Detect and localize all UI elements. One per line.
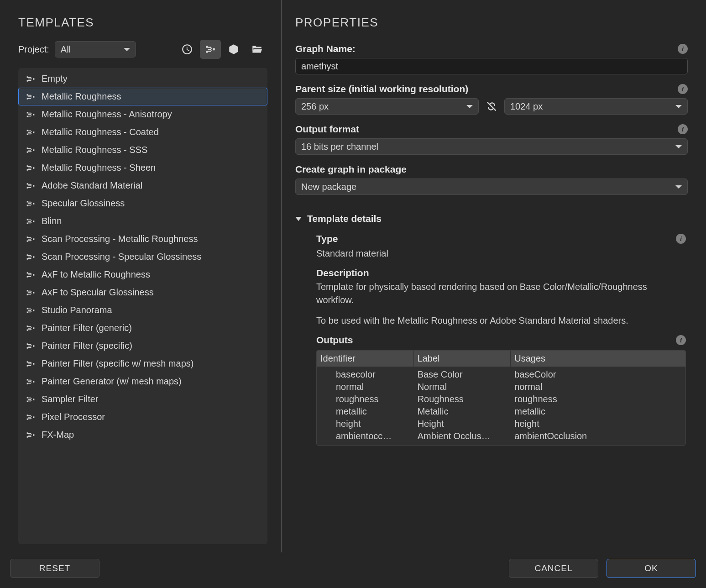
template-item[interactable]: Blinn <box>18 212 267 230</box>
outputs-cell: ambientocc… <box>317 430 414 442</box>
graph-icon <box>26 341 35 351</box>
parent-size-b-select[interactable]: 1024 px <box>504 98 688 115</box>
cube-icon <box>228 43 240 55</box>
template-item[interactable]: Adobe Standard Material <box>18 177 267 194</box>
outputs-col-usages[interactable]: Usages <box>511 351 685 367</box>
outputs-cell: Ambient Occlus… <box>414 430 511 442</box>
template-details-toggle[interactable]: Template details <box>295 213 688 224</box>
graph-filter-button[interactable] <box>200 40 221 59</box>
graph-icon <box>26 146 35 155</box>
output-format-value: 16 bits per channel <box>301 142 378 152</box>
clock-icon <box>181 43 193 55</box>
outputs-row[interactable]: normalNormalnormal <box>317 381 685 393</box>
outputs-col-label[interactable]: Label <box>414 351 511 367</box>
template-item[interactable]: Metallic Roughness - Coated <box>18 123 267 141</box>
templates-title: TEMPLATES <box>18 16 267 30</box>
template-item[interactable]: Sampler Filter <box>18 390 267 408</box>
template-item[interactable]: Painter Filter (specific) <box>18 337 267 355</box>
output-format-select[interactable]: 16 bits per channel <box>295 138 688 155</box>
package-filter-button[interactable] <box>223 40 244 59</box>
template-item-label: Blinn <box>42 216 62 226</box>
graph-icon <box>26 413 35 422</box>
link-aspect-toggle[interactable] <box>485 100 498 113</box>
graph-name-input[interactable] <box>295 58 688 74</box>
template-item[interactable]: AxF to Specular Glossiness <box>18 284 267 301</box>
template-item-label: FX-Map <box>42 430 74 440</box>
type-value: Standard material <box>316 247 686 260</box>
outputs-row[interactable]: heightHeightheight <box>317 418 685 430</box>
template-item[interactable]: AxF to Metallic Roughness <box>18 266 267 284</box>
template-item[interactable]: Scan Processing - Metallic Roughness <box>18 230 267 248</box>
broken-link-icon <box>486 100 497 112</box>
template-item[interactable]: Empty <box>18 70 267 88</box>
graph-icon <box>26 359 35 368</box>
outputs-table: Identifier Label Usages basecolorBase Co… <box>316 350 686 446</box>
outputs-row[interactable]: basecolorBase ColorbaseColor <box>317 368 685 381</box>
template-item-label: AxF to Specular Glossiness <box>42 287 154 298</box>
description-value-2: To be used with the Metallic Roughness o… <box>316 314 686 327</box>
outputs-cell: metallic <box>511 405 685 418</box>
outputs-cell: normal <box>511 381 685 393</box>
template-item-label: Empty <box>42 74 68 84</box>
graph-icon <box>26 324 35 333</box>
graph-icon <box>26 430 35 440</box>
ok-button[interactable]: OK <box>607 559 696 578</box>
outputs-row[interactable]: ambientocc…Ambient Occlus…ambientOcclusi… <box>317 430 685 442</box>
template-item[interactable]: Metallic Roughness - SSS <box>18 141 267 159</box>
parent-size-b-value: 1024 px <box>510 101 543 112</box>
info-icon[interactable]: i <box>678 84 688 94</box>
graph-icon <box>26 110 35 119</box>
template-item-label: Studio Panorama <box>42 305 112 315</box>
graph-icon <box>26 270 35 279</box>
recent-filter-button[interactable] <box>177 40 198 59</box>
template-item[interactable]: Painter Filter (specific w/ mesh maps) <box>18 355 267 373</box>
outputs-row[interactable]: roughnessRoughnessroughness <box>317 393 685 405</box>
info-icon[interactable]: i <box>678 124 688 134</box>
template-item[interactable]: Studio Panorama <box>18 301 267 319</box>
reset-button[interactable]: RESET <box>10 559 99 578</box>
template-item[interactable]: Metallic Roughness <box>18 88 267 105</box>
template-item-label: Painter Filter (specific) <box>42 341 132 351</box>
graph-icon <box>26 163 35 173</box>
template-item-label: Painter Generator (w/ mesh maps) <box>42 376 182 387</box>
template-item[interactable]: Painter Generator (w/ mesh maps) <box>18 373 267 390</box>
project-select[interactable]: All <box>55 41 136 58</box>
outputs-cell: height <box>511 418 685 430</box>
template-item-label: Specular Glossiness <box>42 198 125 209</box>
graph-icon <box>26 377 35 386</box>
template-item-label: Scan Processing - Specular Glossiness <box>42 252 201 262</box>
info-icon[interactable]: i <box>676 335 686 345</box>
template-item[interactable]: Specular Glossiness <box>18 194 267 212</box>
cancel-button[interactable]: CANCEL <box>509 559 598 578</box>
folder-filter-button[interactable] <box>246 40 267 59</box>
package-select[interactable]: New package <box>295 178 688 195</box>
graph-name-label: Graph Name: <box>295 43 356 54</box>
parent-size-a-select[interactable]: 256 px <box>295 98 479 115</box>
template-item[interactable]: Scan Processing - Specular Glossiness <box>18 248 267 266</box>
output-format-label: Output format <box>295 124 359 135</box>
template-item[interactable]: Painter Filter (generic) <box>18 319 267 337</box>
info-icon[interactable]: i <box>678 44 688 54</box>
template-item[interactable]: Metallic Roughness - Sheen <box>18 159 267 177</box>
template-item[interactable]: FX-Map <box>18 426 267 444</box>
graph-icon <box>26 288 35 297</box>
template-list[interactable]: EmptyMetallic RoughnessMetallic Roughnes… <box>18 68 267 544</box>
template-item[interactable]: Metallic Roughness - Anisotropy <box>18 105 267 123</box>
parent-size-a-value: 256 px <box>301 101 329 112</box>
outputs-row[interactable]: metallicMetallicmetallic <box>317 405 685 418</box>
graph-icon <box>26 217 35 226</box>
folder-open-icon <box>251 43 263 55</box>
template-item-label: Metallic Roughness - Sheen <box>42 163 156 173</box>
outputs-cell: Metallic <box>414 405 511 418</box>
info-icon[interactable]: i <box>676 234 686 244</box>
outputs-cell: height <box>317 418 414 430</box>
graph-icon <box>26 128 35 137</box>
outputs-cell: normal <box>317 381 414 393</box>
outputs-header-row: Identifier Label Usages <box>317 351 685 367</box>
template-item-label: Metallic Roughness <box>42 91 121 102</box>
graph-icon <box>26 235 35 244</box>
outputs-col-identifier[interactable]: Identifier <box>317 351 414 367</box>
template-item[interactable]: Pixel Processor <box>18 408 267 426</box>
template-item-label: Adobe Standard Material <box>42 180 142 191</box>
package-value: New package <box>301 182 356 192</box>
